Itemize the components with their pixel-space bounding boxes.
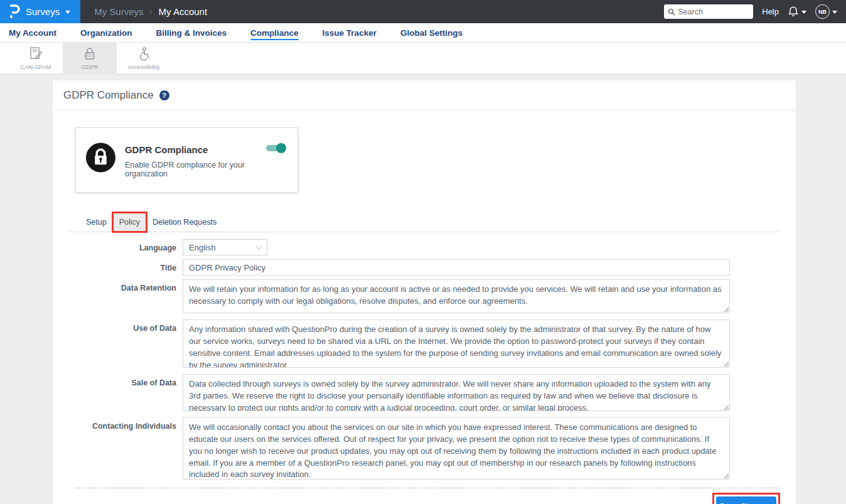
sale-of-data-label: Sale of Data <box>68 374 176 414</box>
tab-label: CAN-SPAM <box>20 63 51 70</box>
search-box[interactable] <box>664 4 753 19</box>
breadcrumb-parent[interactable]: My Surveys <box>94 6 143 17</box>
breadcrumb: My Surveys › My Account <box>94 6 207 17</box>
chevron-down-icon <box>256 243 262 249</box>
bell-icon <box>788 6 799 18</box>
tab-label: Accessibility <box>127 63 160 70</box>
accessibility-icon <box>136 46 151 62</box>
gdpr-feature-card: GDPR Compliance Enable GDPR compliance f… <box>75 127 298 193</box>
nav-item-my-account[interactable]: My Account <box>8 24 58 41</box>
language-value: English <box>189 243 216 252</box>
tab-label: GDPR <box>81 63 98 70</box>
top-bar: Surveys My Surveys › My Account Help NB <box>0 0 846 23</box>
breadcrumb-current: My Account <box>159 6 208 17</box>
product-name: Surveys <box>26 6 60 17</box>
annotation-box-save: Save Changes <box>712 493 780 504</box>
notifications-menu[interactable] <box>788 6 806 18</box>
language-select[interactable]: English <box>183 239 267 255</box>
use-of-data-label: Use of Data <box>68 319 176 370</box>
compliance-icon-tabs: CAN-SPAM GDPR Accessibility <box>0 43 846 74</box>
subtab-deletion-requests[interactable]: Deletion Requests <box>146 213 223 232</box>
nav-item-compliance[interactable]: Compliance <box>249 24 300 41</box>
chevron-down-icon <box>65 11 70 14</box>
search-icon <box>668 8 675 16</box>
language-label: Language <box>68 239 176 255</box>
help-icon[interactable]: ? <box>159 90 169 100</box>
tab-gdpr[interactable]: GDPR <box>63 43 117 74</box>
page-title: GDPR Compliance <box>63 89 154 102</box>
policy-form: Language English Title Data Retention We… <box>68 239 780 482</box>
gdpr-lock-icon <box>85 142 116 173</box>
panel-header: GDPR Compliance ? <box>53 80 796 110</box>
tab-can-spam[interactable]: CAN-SPAM <box>9 43 63 74</box>
gdpr-subtabs: Setup Policy Deletion Requests <box>68 213 780 232</box>
nav-item-issue-tracker[interactable]: Issue Tracker <box>321 24 378 41</box>
nav-item-organization[interactable]: Organization <box>79 24 134 41</box>
chevron-down-icon <box>832 11 837 14</box>
form-separator <box>75 488 780 488</box>
product-switcher[interactable]: Surveys <box>0 0 80 23</box>
subtab-policy[interactable]: Policy <box>113 213 146 232</box>
save-changes-button[interactable]: Save Changes <box>716 496 776 504</box>
data-retention-label: Data Retention <box>68 279 176 316</box>
use-of-data-textarea[interactable]: Any information shared with QuestionPro … <box>183 319 730 368</box>
search-input[interactable] <box>678 8 747 16</box>
data-retention-textarea[interactable]: We will retain your information for as l… <box>183 279 730 313</box>
card-title: GDPR Compliance <box>125 144 286 155</box>
gdpr-compliance-panel: GDPR Compliance ? GDPR Compliance Enable… <box>53 80 796 504</box>
contacting-individuals-textarea[interactable]: We will occasionally contact you about t… <box>183 417 730 480</box>
subtab-setup[interactable]: Setup <box>80 213 113 232</box>
canspam-document-icon <box>29 46 43 62</box>
account-menu[interactable]: NB <box>815 4 837 19</box>
chevron-down-icon <box>801 11 806 14</box>
title-label: Title <box>68 259 176 276</box>
help-link[interactable]: Help <box>762 7 779 16</box>
title-input[interactable] <box>183 259 730 276</box>
tab-accessibility[interactable]: Accessibility <box>117 43 171 74</box>
nav-item-billing-invoices[interactable]: Billing & Invoices <box>155 24 228 41</box>
nav-item-global-settings[interactable]: Global Settings <box>399 24 464 41</box>
questionpro-logo-icon <box>8 4 20 19</box>
gdpr-toggle[interactable] <box>266 143 286 153</box>
lock-icon <box>82 46 97 62</box>
contacting-individuals-label: Contacting Individuals <box>68 417 176 482</box>
card-subtitle: Enable GDPR compliance for your organiza… <box>125 161 286 178</box>
breadcrumb-separator: › <box>150 8 153 16</box>
avatar: NB <box>815 4 830 19</box>
account-nav: My Account Organization Billing & Invoic… <box>0 23 846 43</box>
sale-of-data-textarea[interactable]: Data collected through surveys is owned … <box>183 374 730 411</box>
